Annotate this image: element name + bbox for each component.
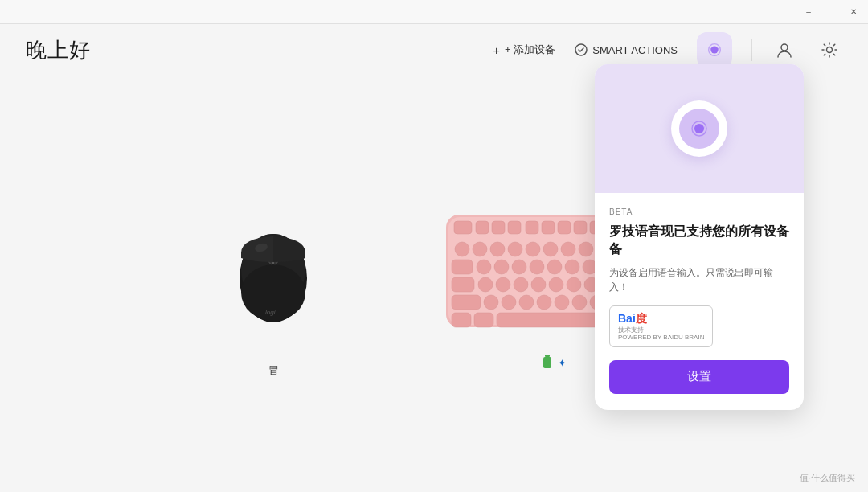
svg-rect-39	[452, 260, 473, 274]
voice-popup-card: BETA 罗技语音现已支持您的所有设备备 为设备启用语音输入。只需说出即可输入！…	[595, 64, 804, 410]
mouse-svg: logi	[221, 198, 326, 342]
svg-rect-70	[474, 313, 493, 327]
svg-rect-69	[452, 313, 471, 327]
svg-rect-22	[574, 221, 587, 234]
svg-point-43	[530, 260, 544, 274]
svg-point-29	[490, 242, 505, 256]
svg-rect-60	[452, 295, 481, 310]
user-button[interactable]	[772, 37, 797, 63]
popup-header	[595, 64, 804, 193]
svg-text:logi: logi	[265, 309, 276, 316]
maximize-button[interactable]: □	[825, 7, 837, 16]
svg-point-30	[508, 242, 522, 256]
svg-point-61	[484, 295, 498, 310]
svg-point-31	[526, 242, 540, 256]
svg-point-33	[561, 242, 575, 256]
user-icon	[776, 41, 793, 59]
minimize-button[interactable]: –	[802, 7, 815, 16]
bluetooth-icon: ✦	[558, 357, 567, 369]
svg-point-4	[827, 47, 833, 53]
svg-rect-71	[497, 313, 609, 327]
popup-beta-label: BETA	[609, 207, 789, 216]
svg-point-34	[579, 242, 593, 256]
battery-indicator	[543, 357, 551, 368]
svg-rect-18	[508, 221, 521, 234]
svg-rect-21	[558, 221, 571, 234]
popup-body: BETA 罗技语音现已支持您的所有设备备 为设备启用语音输入。只需说出即可输入！…	[595, 193, 804, 410]
mouse-name: 冒	[268, 363, 279, 378]
plus-icon: +	[493, 43, 500, 57]
popup-voice-icon	[688, 117, 710, 140]
svg-point-44	[547, 260, 562, 274]
svg-rect-16	[476, 221, 489, 234]
svg-point-32	[543, 242, 558, 256]
svg-point-42	[512, 260, 526, 274]
gear-icon	[821, 41, 838, 59]
svg-point-54	[531, 277, 546, 292]
header-actions: + + 添加设备 SMART ACTIONS	[493, 32, 842, 68]
svg-point-63	[519, 295, 534, 310]
setup-button[interactable]: 设置	[609, 360, 789, 394]
greeting-text: 晚上好	[26, 36, 91, 64]
add-device-label: + 添加设备	[505, 43, 555, 57]
baidu-powered-label: 技术支持POWERED BY BAIDU BRAIN	[618, 326, 704, 342]
svg-rect-20	[542, 221, 555, 234]
keyboard-indicators: ✦	[543, 356, 567, 369]
svg-point-65	[555, 295, 569, 310]
smart-actions-button[interactable]: SMART ACTIONS	[575, 43, 678, 56]
title-bar: – □ ✕	[0, 0, 868, 24]
svg-point-41	[494, 260, 509, 274]
svg-point-40	[477, 260, 491, 274]
popup-voice-inner	[679, 109, 719, 149]
app-container: 晚上好 + + 添加设备 SMART ACTIONS	[0, 24, 868, 492]
watermark: 值·什么值得买	[800, 472, 855, 484]
baidu-logo-text: Bai度	[618, 312, 647, 325]
svg-rect-50	[452, 277, 474, 292]
popup-description: 为设备启用语音输入。只需说出即可输入！	[609, 265, 789, 294]
svg-rect-15	[454, 221, 472, 234]
baidu-logo: Bai度 技术支持POWERED BY BAIDU BRAIN	[618, 311, 704, 342]
header-divider	[751, 39, 752, 61]
popup-title: 罗技语音现已支持您的所有设备备	[609, 223, 789, 259]
mouse-image: logi	[201, 190, 346, 351]
svg-rect-17	[492, 221, 505, 234]
close-button[interactable]: ✕	[847, 7, 860, 16]
watermark-text: 值·什么值得买	[800, 472, 855, 484]
svg-point-55	[549, 277, 563, 292]
svg-rect-19	[526, 221, 538, 234]
settings-button[interactable]	[817, 37, 842, 63]
svg-point-53	[514, 277, 528, 292]
svg-point-28	[473, 242, 487, 256]
svg-point-27	[455, 242, 469, 256]
svg-point-51	[478, 277, 493, 292]
smart-actions-label: SMART ACTIONS	[592, 44, 678, 56]
voice-button[interactable]	[697, 32, 732, 68]
svg-point-56	[567, 277, 581, 292]
add-device-button[interactable]: + + 添加设备	[493, 43, 555, 57]
voice-icon	[706, 41, 723, 59]
svg-point-66	[572, 295, 587, 310]
svg-point-3	[781, 44, 788, 51]
mouse-device[interactable]: logi 冒	[201, 190, 346, 378]
smart-actions-icon	[575, 43, 588, 56]
popup-voice-circle	[671, 100, 727, 157]
svg-point-64	[537, 295, 551, 310]
baidu-badge: Bai度 技术支持POWERED BY BAIDU BRAIN	[609, 305, 713, 347]
svg-point-62	[502, 295, 516, 310]
svg-point-52	[496, 277, 510, 292]
svg-point-45	[565, 260, 579, 274]
